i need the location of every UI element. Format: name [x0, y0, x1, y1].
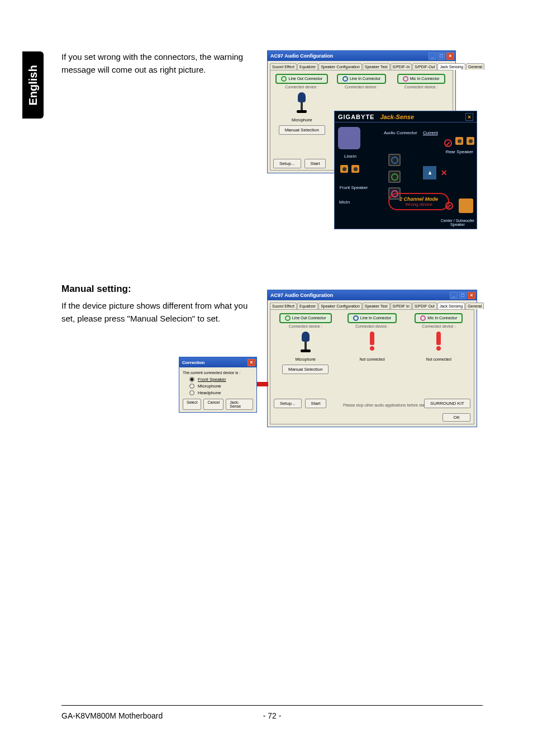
- tab2-spdif-out[interactable]: S/PDIF Out: [412, 303, 437, 309]
- ac97-window-2: AC97 Audio Configuration _ □ × Sound Eff…: [267, 290, 477, 427]
- surround-kit-button[interactable]: SURROUND KIT: [424, 399, 470, 408]
- jack-sense-title: Jack-Sense: [380, 114, 414, 120]
- close-button[interactable]: ×: [446, 53, 454, 60]
- tab-equalizer[interactable]: Equalizer: [297, 63, 318, 70]
- correction-titlebar: Correction ×: [179, 357, 256, 367]
- window-titlebar: AC97 Audio Configuration _ □ ×: [268, 51, 455, 61]
- socket-blue-icon: [388, 154, 401, 166]
- footer-rule: [61, 705, 483, 706]
- pc-back-panel-icon: [338, 127, 360, 149]
- badge-line1: 2 Channel Mode: [399, 196, 438, 202]
- jack-sense-popup: GIGABYTE Jack-Sense × Audio Connector Cu…: [334, 111, 477, 229]
- mic-in-sublabel-2: Connected device :: [407, 324, 470, 328]
- notice-text: Please stop other audio applications bef…: [343, 403, 433, 407]
- radio-label-microphone: Microphone: [198, 384, 221, 389]
- front-speaker-pair-icon: [339, 164, 360, 174]
- tab-general[interactable]: General: [466, 63, 484, 70]
- line-out-sublabel: Connected device :: [274, 85, 330, 89]
- setup-button[interactable]: Setup...: [273, 159, 301, 168]
- radio-label-front-speaker: Front Speaker: [198, 377, 226, 382]
- tab2-jack-sensing[interactable]: Jack Sensing: [437, 303, 465, 309]
- jack-sense-close-button[interactable]: ×: [465, 113, 473, 121]
- manual-selection-button[interactable]: Manual Selection: [279, 125, 325, 135]
- radio-icon: [189, 377, 194, 382]
- close-button-2[interactable]: ×: [468, 292, 475, 299]
- correction-prompt: The current connected device is :: [183, 371, 253, 375]
- tab-strip-2: Sound Effect Equalizer Speaker Configura…: [268, 300, 477, 309]
- mic-in-column-2: Mic In Connector Connected device : Not …: [407, 313, 470, 374]
- jack-sense-titlebar: GIGABYTE Jack-Sense ×: [335, 111, 477, 122]
- socket-green-icon: [388, 171, 401, 183]
- correction-title: Correction: [182, 360, 204, 365]
- start-button[interactable]: Start: [304, 159, 326, 168]
- mic-in-jack-icon-2: Mic In Connector: [415, 313, 463, 323]
- line-out-jack-icon-2: Line Out Connector: [279, 313, 332, 323]
- window-title-2: AC97 Audio Configuration: [270, 292, 333, 298]
- radio-icon: [189, 384, 194, 389]
- maximize-button[interactable]: □: [437, 53, 445, 60]
- radio-headphone[interactable]: Headphone: [189, 390, 253, 395]
- language-tab: English: [22, 51, 44, 119]
- window-titlebar-2: AC97 Audio Configuration _ □ ×: [268, 290, 477, 300]
- line-out-status-2: Microphone: [274, 357, 337, 361]
- page-footer: GA-K8VM800M Motherboard - 72 -: [61, 711, 483, 720]
- language-tab-label: English: [27, 65, 40, 105]
- manual-selection-button-2[interactable]: Manual Selection: [282, 365, 329, 374]
- warning-icon: [365, 332, 379, 354]
- tab2-sound-effect[interactable]: Sound Effect: [270, 303, 297, 309]
- minimize-button-2[interactable]: _: [450, 292, 458, 299]
- setup-button-2[interactable]: Setup...: [274, 399, 302, 408]
- micin-text: MicIn: [339, 200, 350, 205]
- rear-speaker-pair-icon: [454, 136, 475, 146]
- jack-sensing-panel-2: Line Out Connector Connected device : Mi…: [270, 309, 474, 424]
- tab-speaker-config[interactable]: Speaker Configuration: [318, 63, 362, 70]
- radio-label-headphone: Headphone: [198, 390, 221, 395]
- radio-icon: [189, 390, 194, 395]
- minimize-button[interactable]: _: [429, 53, 436, 60]
- front-speaker-label: Front Speaker: [339, 185, 368, 190]
- tab2-speaker-test[interactable]: Speaker Test: [363, 303, 390, 309]
- intro-paragraph: If you set wrong with the connectors, th…: [61, 50, 260, 77]
- footer-page-number: - 72 -: [263, 711, 282, 720]
- screenshot-jack-sense-warning: AC97 Audio Configuration _ □ × Sound Eff…: [267, 50, 477, 229]
- tab2-spdif-in[interactable]: S/PDIF In: [391, 303, 412, 309]
- radio-front-speaker[interactable]: Front Speaker: [189, 377, 253, 382]
- jack-sense-button[interactable]: Jack-Sense: [226, 399, 253, 410]
- tab-jack-sensing[interactable]: Jack Sensing: [437, 63, 465, 70]
- forbid-icon-2: [445, 202, 453, 210]
- select-button[interactable]: Select: [183, 399, 201, 410]
- mic-in-status-2: Not connected: [407, 357, 470, 361]
- linein-text: LineIn: [339, 154, 361, 159]
- cancel-button[interactable]: Cancel: [203, 399, 223, 410]
- person-icon: ♟: [423, 166, 436, 179]
- tab2-general[interactable]: General: [465, 303, 484, 309]
- line-in-sublabel-2: Connected device :: [340, 324, 403, 328]
- microphone-icon: [295, 92, 308, 115]
- channel-mode-badge: 2 Channel Mode Wrong device: [388, 193, 449, 210]
- tab-strip: Sound Effect Equalizer Speaker Configura…: [268, 61, 455, 70]
- line-out-status: Microphone: [274, 118, 330, 122]
- badge-line2: Wrong device: [399, 202, 438, 207]
- line-out-jack-icon: Line Out Connector: [275, 74, 328, 84]
- line-in-sublabel: Connected device :: [334, 85, 390, 89]
- ok-button[interactable]: OK: [442, 413, 470, 422]
- tab-spdif-in[interactable]: S/PDIF-In: [391, 63, 412, 70]
- start-button-2[interactable]: Start: [305, 399, 327, 408]
- correction-close-button[interactable]: ×: [248, 359, 255, 366]
- correction-dialog: Correction × The current connected devic…: [179, 357, 257, 413]
- line-in-status-2: Not connected: [340, 357, 403, 361]
- line-in-column-2: Line In Connector Connected device : Not…: [340, 313, 403, 374]
- line-out-column: Line Out Connector Connected device : Mi…: [274, 74, 330, 135]
- subwoofer-icon: [459, 199, 473, 213]
- radio-microphone[interactable]: Microphone: [189, 384, 253, 389]
- tab-sound-effect[interactable]: Sound Effect: [270, 63, 297, 70]
- tab-speaker-test[interactable]: Speaker Test: [363, 63, 390, 70]
- microphone-icon-2: [299, 332, 312, 354]
- center-sub-label: Center / Subwoofer Speaker: [440, 219, 475, 226]
- tab2-speaker-config[interactable]: Speaker Configuration: [318, 303, 362, 309]
- tab-spdif-out[interactable]: S/PDIF-Out: [412, 63, 437, 70]
- tab2-equalizer[interactable]: Equalizer: [297, 303, 318, 309]
- forbid-icon: [444, 139, 452, 147]
- maximize-button-2[interactable]: □: [459, 292, 467, 299]
- mic-in-sublabel: Connected device :: [393, 85, 449, 89]
